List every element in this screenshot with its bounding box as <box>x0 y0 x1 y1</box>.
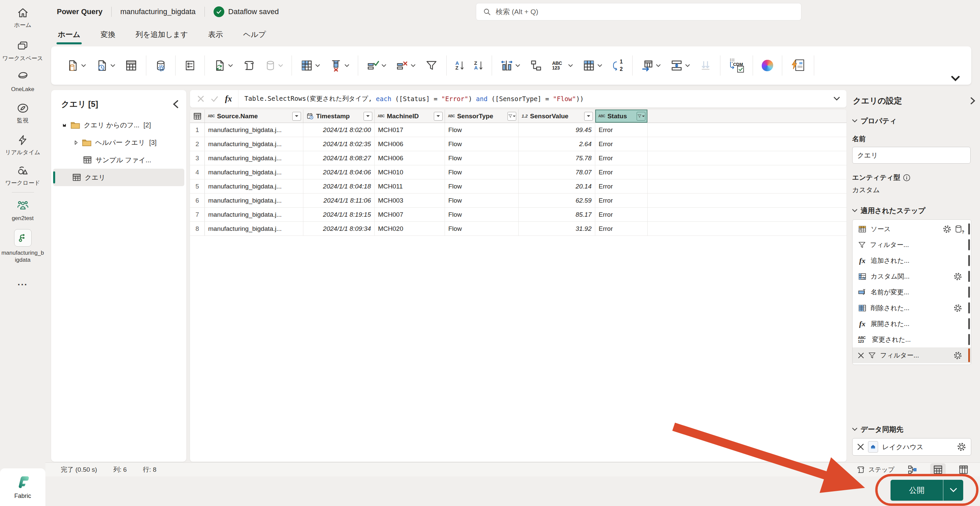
column-menu-button[interactable] <box>292 112 301 121</box>
data-destination-row[interactable]: レイクハウス <box>852 438 971 455</box>
publish-dropdown-button[interactable] <box>943 480 963 501</box>
cell-sensorvalue[interactable]: 99.45 <box>519 123 595 137</box>
column-filter-button[interactable] <box>508 112 516 121</box>
column-header-status-selected[interactable]: ABC Status <box>595 109 648 123</box>
cell-timestamp[interactable]: 2024/1/1 8:09:34 <box>303 222 375 236</box>
cell-sensortype[interactable]: Flow <box>445 208 519 221</box>
select-all-corner[interactable] <box>190 109 205 123</box>
row-number[interactable]: 1 <box>190 123 205 137</box>
cell-machineid[interactable]: MCH011 <box>375 179 445 193</box>
cell-sensorvalue[interactable]: 78.07 <box>519 165 595 179</box>
expand-formula-bar-button[interactable] <box>827 97 846 101</box>
merge-queries-button[interactable] <box>640 54 662 78</box>
step-settings-gear-icon[interactable] <box>953 272 962 281</box>
cell-status[interactable]: Error <box>595 137 648 151</box>
tab-home[interactable]: ホーム <box>57 28 81 41</box>
cell-source[interactable]: manufacturing_bigdata.j... <box>205 165 303 179</box>
nav-realtime[interactable]: リアルタイム <box>2 134 45 156</box>
collapse-ribbon-button[interactable] <box>951 76 960 81</box>
nav-onelake[interactable]: OneLake <box>2 71 45 93</box>
row-number[interactable]: 7 <box>190 208 205 221</box>
remove-destination-icon[interactable] <box>857 444 864 450</box>
row-number[interactable]: 5 <box>190 179 205 193</box>
cell-sensorvalue[interactable]: 75.78 <box>519 151 595 165</box>
manage-parameters-button[interactable] <box>183 54 197 78</box>
tree-item-queries-folder[interactable]: クエリ からのフ... [2] <box>53 116 184 134</box>
collapse-pane-icon[interactable] <box>173 100 178 108</box>
cell-machineid[interactable]: MCH003 <box>375 194 445 207</box>
step-settings-gear-icon[interactable] <box>943 225 951 233</box>
cell-timestamp[interactable]: 2024/1/1 8:19:15 <box>303 208 375 221</box>
query-plan-icon[interactable]: ? <box>955 225 962 233</box>
sort-ascending-button[interactable]: AZ <box>454 54 465 78</box>
row-number[interactable]: 4 <box>190 165 205 179</box>
caret-collapsed-icon[interactable] <box>74 140 78 145</box>
cell-sensortype[interactable]: Flow <box>445 194 519 207</box>
cell-timestamp[interactable]: 2024/1/1 8:08:27 <box>303 151 375 165</box>
row-number[interactable]: 3 <box>190 151 205 165</box>
cell-machineid[interactable]: MCH006 <box>375 137 445 151</box>
nav-more[interactable]: ... <box>2 277 45 288</box>
delete-step-icon[interactable] <box>858 352 864 358</box>
destination-settings[interactable] <box>957 442 966 452</box>
step-script-view-button[interactable]: ステップ <box>856 465 894 474</box>
column-header-timestamp[interactable]: Timestamp <box>303 109 375 123</box>
publish-split-button[interactable]: 公開 <box>891 480 963 501</box>
step-custom-function[interactable]: fx カスタム関... <box>853 268 971 284</box>
cell-sensortype[interactable]: Flow <box>445 165 519 179</box>
cell-status[interactable]: Error <box>595 165 648 179</box>
recent-sources-button[interactable] <box>94 54 116 78</box>
diagnostics-button[interactable] <box>790 54 807 78</box>
commit-formula-icon[interactable] <box>211 95 218 102</box>
cell-machineid[interactable]: MCH007 <box>375 208 445 221</box>
cell-source[interactable]: manufacturing_bigdata.j... <box>205 137 303 151</box>
cell-timestamp[interactable]: 2024/1/1 8:04:06 <box>303 165 375 179</box>
cell-sensorvalue[interactable]: 85.17 <box>519 208 595 221</box>
keep-rows-button[interactable] <box>366 54 387 78</box>
cell-status[interactable]: Error <box>595 208 648 221</box>
column-header-sensorvalue[interactable]: 1.2 SensorValue <box>519 109 595 123</box>
collapse-settings-icon[interactable] <box>970 97 975 105</box>
cell-source[interactable]: manufacturing_bigdata.j... <box>205 123 303 137</box>
cell-source[interactable]: manufacturing_bigdata.j... <box>205 222 303 236</box>
cell-sensortype[interactable]: Flow <box>445 179 519 193</box>
remove-columns-button[interactable] <box>329 54 350 78</box>
formula-input[interactable]: Table.SelectRows(変更された列タイプ, each ([Statu… <box>238 90 827 108</box>
cell-status[interactable]: Error <box>595 123 648 137</box>
replace-values-button[interactable]: 1 2 <box>611 54 625 78</box>
search-input[interactable] <box>496 8 794 16</box>
cancel-formula-icon[interactable] <box>197 95 204 102</box>
cell-source[interactable]: manufacturing_bigdata.j... <box>205 208 303 221</box>
query-name-input[interactable] <box>852 147 970 163</box>
cell-machineid[interactable]: MCH020 <box>375 222 445 236</box>
nav-home[interactable]: ホーム <box>2 7 45 29</box>
copilot-button[interactable] <box>760 54 775 78</box>
step-expanded-column[interactable]: fx 展開された... <box>853 316 971 332</box>
data-destination-section-header[interactable]: データ同期先 <box>852 425 977 434</box>
get-data-button[interactable] <box>65 54 87 78</box>
step-renamed-columns[interactable]: 名前が変更... <box>853 284 971 300</box>
column-menu-button[interactable] <box>364 112 372 121</box>
column-filter-button[interactable] <box>636 112 645 121</box>
step-filtered-rows-1[interactable]: フィルター... <box>853 237 971 253</box>
cell-status[interactable]: Error <box>595 194 648 207</box>
split-column-button[interactable] <box>500 54 521 78</box>
tree-item-query-selected[interactable]: クエリ <box>53 169 184 186</box>
column-header-source-name[interactable]: ABC Source.Name <box>205 109 303 123</box>
nav-workloads[interactable]: ワークロード <box>2 165 45 187</box>
cell-sensorvalue[interactable]: 20.14 <box>519 179 595 193</box>
schema-view-button[interactable] <box>958 465 969 475</box>
caret-expanded-icon[interactable] <box>62 123 67 128</box>
cell-machineid[interactable]: MCH006 <box>375 151 445 165</box>
step-removed-columns[interactable]: 削除された... <box>853 300 971 316</box>
remove-rows-button[interactable] <box>395 54 417 78</box>
step-source[interactable]: ソース ? <box>853 221 971 237</box>
append-queries-button[interactable] <box>669 54 691 78</box>
cell-sensorvalue[interactable]: 2.64 <box>519 137 595 151</box>
tree-item-helper-queries-folder[interactable]: ヘルパー クエリ [3] <box>53 134 184 151</box>
data-type-button[interactable]: ABC123 <box>551 54 574 78</box>
nav-workspaces[interactable]: ワークスペース <box>2 40 45 62</box>
column-header-machineid[interactable]: ABC MachineID <box>375 109 445 123</box>
cell-machineid[interactable]: MCH017 <box>375 123 445 137</box>
cell-timestamp[interactable]: 2024/1/1 8:02:35 <box>303 137 375 151</box>
